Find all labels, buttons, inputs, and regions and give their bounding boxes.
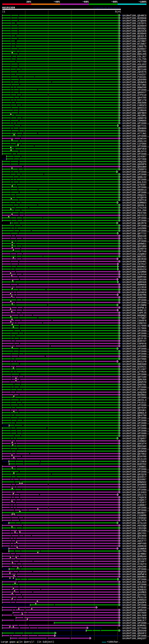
svg-text:AlignView.pm Beta rel1.7: AlignView.pm Beta rel1.7 (94, 7, 120, 9)
svg-text:|1: |1 (2, 10, 5, 13)
svg-text:AU191328: AU191328 (2, 6, 15, 9)
svg-text:~100%: ~100% (138, 0, 146, 3)
svg-text:=100char.: =100char. (107, 640, 120, 643)
svg-text:Large gaps:▲(in Query)/- (in S: Large gaps:▲(in Query)/- (in Subject) (1, 640, 54, 643)
svg-text:~60%: ~60% (82, 0, 89, 3)
svg-text:~80%: ~80% (111, 0, 118, 3)
svg-text:20%: 20% (26, 0, 31, 3)
svg-text:UniRef100_B9Q1D7: UniRef100_B9Q1D7 (122, 637, 146, 640)
svg-text:~40%: ~40% (54, 0, 60, 3)
svg-text:514|: 514| (115, 10, 121, 13)
